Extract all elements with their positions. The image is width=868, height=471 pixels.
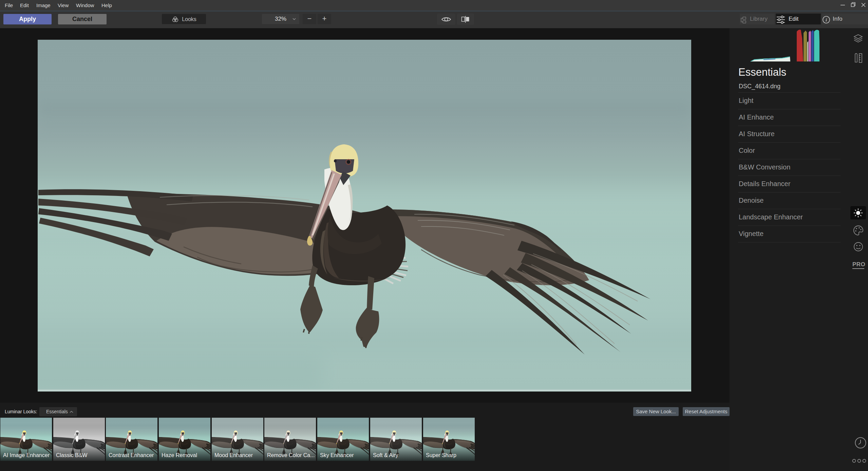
svg-text:i: i [826, 17, 827, 22]
